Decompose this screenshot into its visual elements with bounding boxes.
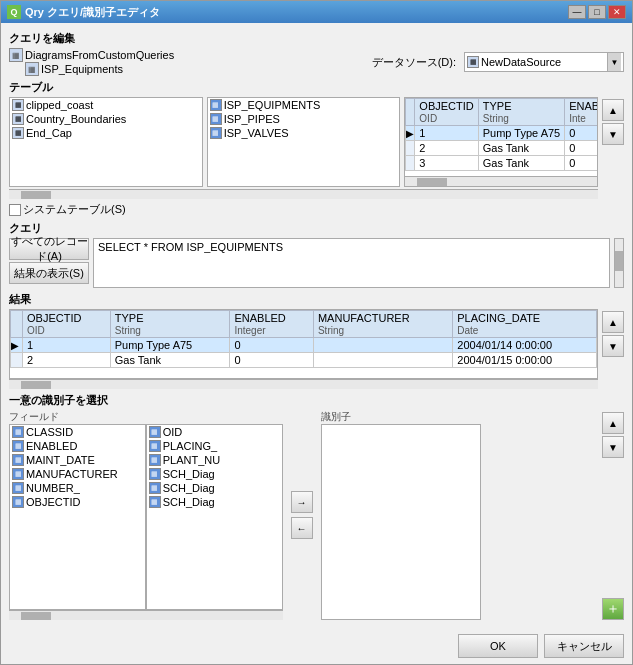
list-item[interactable]: ▦ CLASSID [10,425,145,439]
ok-button[interactable]: OK [458,634,538,658]
results-cell: Gas Tank [110,353,230,368]
results-cell: Pump Type A75 [110,338,230,353]
tree-sub: ▦ ISP_Equipments [25,62,364,76]
list-item[interactable]: ▦ SCH_Diag [147,481,282,495]
results-row[interactable]: 2 Gas Tank 0 2004/01/15 0:00:00 [11,353,597,368]
results-cell: 0 [230,353,314,368]
field-icon: ▦ [149,496,161,508]
field-list-right[interactable]: ▦ OID ▦ PLACING_ ▦ PLANT_NU [146,424,283,610]
field-item: MAINT_DATE [26,454,95,466]
tree-root-item[interactable]: ▦ DiagramsFromCustomQueries [9,48,364,62]
all-records-button[interactable]: すべてのレコード(A) [9,238,89,260]
table-item-4: ISP_EQUIPMENTS [224,99,321,111]
field-list-hscrollbar[interactable] [9,610,283,620]
system-table-checkbox[interactable] [9,204,21,216]
table-grid-hscrollbar[interactable] [405,176,597,186]
field-icon: ▦ [12,482,24,494]
table-side-buttons: ▲ ▼ [602,97,624,217]
results-section: 結果 OBJECTIDOID TYPEString ENABLEDInteger [9,292,624,389]
query-section-inner: すべてのレコード(A) 結果の表示(S) SELECT * FROM ISP_E… [9,238,624,288]
results-cell: 1 [23,338,111,353]
field-item: PLACING_ [163,440,217,452]
table-up-button[interactable]: ▲ [602,99,624,121]
list-item[interactable]: ▦ Country_Boundaries [10,112,202,126]
field-item: SCH_Diag [163,496,215,508]
remove-identifier-button[interactable]: ← [291,517,313,539]
field-list-left[interactable]: ▦ CLASSID ▦ ENABLED ▦ MAINT_DATE [9,424,146,610]
table-panel: ▦ clipped_coast ▦ Country_Boundaries ▦ E… [9,97,624,217]
field-item: OID [163,426,183,438]
table-grid-col-2: TYPEString [478,99,564,126]
results-col-1: OBJECTIDOID [23,311,111,338]
list-item[interactable]: ▦ End_Cap [10,126,202,140]
datasource-combo-icon: ▦ [467,56,479,68]
title-bar: Q Qry クエリ/識別子エディタ — □ ✕ [1,1,632,23]
show-results-button[interactable]: 結果の表示(S) [9,262,89,284]
table-cell-objectid: 3 [415,156,478,171]
results-down-button[interactable]: ▼ [602,335,624,357]
list-item[interactable]: ▦ MANUFACTURER [10,467,145,481]
query-vscrollbar[interactable] [614,238,624,288]
datasource-label: データソース(D): [372,55,456,70]
results-up-button[interactable]: ▲ [602,311,624,333]
results-hscrollbar[interactable] [9,379,598,389]
results-col-3: ENABLEDInteger [230,311,314,338]
close-button[interactable]: ✕ [608,5,626,19]
table-list-left[interactable]: ▦ clipped_coast ▦ Country_Boundaries ▦ E… [9,97,203,187]
table-row[interactable]: 2 Gas Tank 0 [406,141,597,156]
table-list-hscrollbar[interactable] [9,189,598,199]
list-item[interactable]: ▦ ISP_EQUIPMENTS [208,98,400,112]
field-item: OBJECTID [26,496,80,508]
list-item[interactable]: ▦ ISP_PIPES [208,112,400,126]
field-icon: ▦ [12,496,24,508]
list-item[interactable]: ▦ PLACING_ [147,439,282,453]
list-item[interactable]: ▦ OID [147,425,282,439]
table-icon-2: ▦ [12,113,24,125]
list-item[interactable]: ▦ SCH_Diag [147,467,282,481]
tree-child-item[interactable]: ▦ ISP_Equipments [25,62,364,76]
query-text-area[interactable]: SELECT * FROM ISP_EQUIPMENTS [93,238,610,288]
results-cell [313,353,452,368]
list-item[interactable]: ▦ MAINT_DATE [10,453,145,467]
table-row[interactable]: ▶ 1 Pump Type A75 0 [406,126,597,141]
add-identifier-button[interactable]: → [291,491,313,513]
maximize-button[interactable]: □ [588,5,606,19]
field-label: フィールド [9,410,283,424]
field-icon: ▦ [12,440,24,452]
results-label: 結果 [9,292,624,307]
list-item[interactable]: ▦ ISP_VALVES [208,126,400,140]
table-down-button[interactable]: ▼ [602,123,624,145]
list-item[interactable]: ▦ SCH_Diag [147,495,282,509]
results-row[interactable]: ▶ 1 Pump Type A75 0 2004/01/14 0:00:00 [11,338,597,353]
system-table-checkbox-item[interactable]: システムテーブル(S) [9,202,126,217]
table-row[interactable]: 3 Gas Tank 0 [406,156,597,171]
results-cell: 2004/01/14 0:00:00 [453,338,597,353]
field-item: MANUFACTURER [26,468,118,480]
minimize-button[interactable]: — [568,5,586,19]
list-item[interactable]: ▦ ENABLED [10,439,145,453]
field-item: PLANT_NU [163,454,220,466]
table-list-right-pane[interactable]: ▦ ISP_EQUIPMENTS ▦ ISP_PIPES ▦ ISP_VALVE… [207,97,401,187]
main-window: Q Qry クエリ/識別子エディタ — □ ✕ クエリを編集 ▦ Diagram… [0,0,633,665]
field-icon: ▦ [12,426,24,438]
list-item[interactable]: ▦ PLANT_NU [147,453,282,467]
query-vscrollbar-thumb [615,251,623,271]
results-hscrollbar-thumb [21,381,51,389]
identifier-side-buttons: ▲ ▼ ＋ [602,410,624,620]
tree-child-label: ISP_Equipments [41,63,123,75]
list-item[interactable]: ▦ NUMBER_ [10,481,145,495]
identifier-up-button[interactable]: ▲ [602,412,624,434]
field-item: ENABLED [26,440,77,452]
cancel-button[interactable]: キャンセル [544,634,624,658]
datasource-combo[interactable]: ▦ NewDataSource ▼ [464,52,624,72]
tree-container: ▦ DiagramsFromCustomQueries ▦ ISP_Equipm… [9,48,364,76]
identifier-add-button[interactable]: ＋ [602,598,624,620]
list-item[interactable]: ▦ clipped_coast [10,98,202,112]
list-item[interactable]: ▦ OBJECTID [10,495,145,509]
results-grid-wrapper[interactable]: OBJECTIDOID TYPEString ENABLEDInteger MA… [9,309,598,379]
identifier-down-button[interactable]: ▼ [602,436,624,458]
table-grid-col-3: ENABInte [565,99,597,126]
datasource-combo-arrow[interactable]: ▼ [607,53,621,71]
results-grid: OBJECTIDOID TYPEString ENABLEDInteger MA… [10,310,597,368]
identifier-box[interactable] [321,424,481,620]
